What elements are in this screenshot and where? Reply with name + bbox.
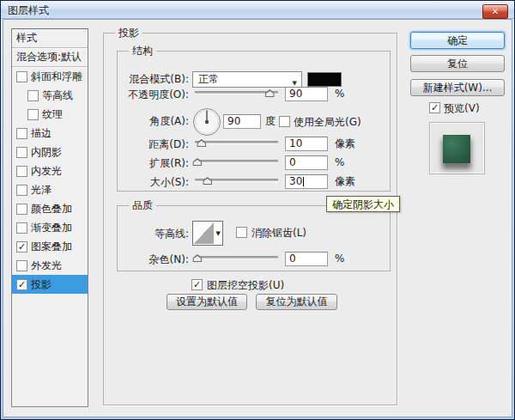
item-label: 光泽 xyxy=(31,183,52,198)
preview-label: 预览(V) xyxy=(444,102,480,115)
texture-checkbox[interactable] xyxy=(27,109,39,120)
inner-shadow-checkbox[interactable] xyxy=(16,147,27,158)
sidebar-item-drop-shadow[interactable]: ✓ 投影 xyxy=(12,275,88,294)
quality-groupbox: 品质 等高线: ▼ 消除锯齿(L) 杂色(N): 0 % xyxy=(117,205,391,271)
angle-label: 角度(A): xyxy=(118,114,189,129)
satin-checkbox[interactable] xyxy=(16,185,27,196)
sidebar-item-bevel-emboss[interactable]: 斜面和浮雕 xyxy=(12,67,88,86)
size-slider-handle[interactable] xyxy=(203,177,212,185)
reset-default-button[interactable]: 复位为默认值 xyxy=(256,294,337,310)
noise-unit: % xyxy=(335,252,344,266)
opacity-slider-handle[interactable] xyxy=(265,89,275,97)
distance-input[interactable]: 10 xyxy=(285,137,328,151)
item-label: 外发光 xyxy=(31,259,62,273)
noise-slider[interactable] xyxy=(195,253,278,263)
structure-groupbox: 结构 混合模式(B): 正常 ▼ 不透明度(O): 90 % xyxy=(117,51,391,192)
sidebar-item-inner-shadow[interactable]: 内阴影 xyxy=(12,143,88,161)
sidebar-item-pattern-overlay[interactable]: ✓ 图案叠加 xyxy=(12,237,88,256)
shadow-color-swatch[interactable] xyxy=(307,72,342,87)
style-preview-thumbnail xyxy=(429,122,485,174)
contour-picker[interactable]: ▼ xyxy=(192,221,223,246)
angle-unit: 度 xyxy=(265,114,276,129)
item-label: 样式 xyxy=(16,31,37,46)
spread-input[interactable]: 0 xyxy=(285,155,328,170)
size-label: 大小(S): xyxy=(118,175,189,190)
sidebar-item-color-overlay[interactable]: 颜色叠加 xyxy=(12,199,88,218)
item-label: 纹理 xyxy=(42,107,63,122)
layer-knockout-checkbox[interactable]: ✓ xyxy=(191,279,203,290)
inner-glow-checkbox[interactable] xyxy=(16,166,27,177)
chevron-down-icon: ▼ xyxy=(216,230,221,237)
item-label: 描边 xyxy=(31,126,52,141)
sidebar-item-blending-options[interactable]: 混合选项:默认 xyxy=(12,48,88,67)
angle-dial[interactable] xyxy=(192,107,221,137)
noise-input[interactable]: 0 xyxy=(285,252,328,266)
sidebar-item-stroke[interactable]: 描边 xyxy=(12,124,88,143)
anti-aliased-label: 消除锯齿(L) xyxy=(251,227,306,240)
color-overlay-checkbox[interactable] xyxy=(16,204,27,215)
item-label: 内阴影 xyxy=(31,145,62,160)
spread-unit: % xyxy=(335,155,344,170)
gradient-overlay-checkbox[interactable] xyxy=(16,222,27,234)
use-global-light-checkbox[interactable] xyxy=(279,116,290,127)
sidebar-item-inner-glow[interactable]: 内发光 xyxy=(12,161,88,180)
structure-group-title: 结构 xyxy=(129,45,156,58)
text-caret xyxy=(303,177,304,186)
item-label: 投影 xyxy=(31,277,52,292)
distance-slider[interactable] xyxy=(195,137,278,148)
sidebar-item-outer-glow[interactable]: 外发光 xyxy=(12,256,88,275)
anti-aliased-checkbox[interactable] xyxy=(236,227,247,238)
new-style-button[interactable]: 新建样式(W)... xyxy=(410,79,505,96)
sidebar-item-contour[interactable]: 等高线 xyxy=(12,86,88,105)
angle-input[interactable]: 90 xyxy=(223,114,261,129)
reset-button[interactable]: 复位 xyxy=(410,55,505,72)
pattern-overlay-checkbox[interactable]: ✓ xyxy=(16,241,27,253)
drop-shadow-checkbox[interactable]: ✓ xyxy=(16,279,27,290)
item-label: 斜面和浮雕 xyxy=(31,70,82,84)
blend-mode-value: 正常 xyxy=(198,73,219,85)
item-label: 渐变叠加 xyxy=(31,221,72,235)
sidebar-item-styles[interactable]: 样式 xyxy=(12,29,88,48)
item-label: 混合选项:默认 xyxy=(16,50,82,64)
item-label: 图案叠加 xyxy=(31,240,72,254)
preview-checkbox[interactable]: ✓ xyxy=(429,102,440,113)
size-input[interactable]: 30 xyxy=(285,174,328,189)
use-global-light-label: 使用全局光(G) xyxy=(294,116,361,129)
layer-style-dialog: 图层样式 ✕ 样式 混合选项:默认 斜面和浮雕 等高线 纹理 xyxy=(0,0,515,420)
bevel-emboss-checkbox[interactable] xyxy=(16,71,27,82)
contour-label: 等高线: xyxy=(118,227,189,241)
noise-slider-handle[interactable] xyxy=(192,254,202,262)
spread-slider[interactable] xyxy=(195,156,278,167)
styles-list: 样式 混合选项:默认 斜面和浮雕 等高线 纹理 描边 xyxy=(11,28,88,407)
sidebar-item-texture[interactable]: 纹理 xyxy=(12,105,88,124)
size-slider[interactable] xyxy=(195,175,278,186)
sidebar-item-gradient-overlay[interactable]: 渐变叠加 xyxy=(12,218,88,237)
slider-track xyxy=(195,256,278,259)
stroke-checkbox[interactable] xyxy=(16,128,27,139)
size-unit: 像素 xyxy=(335,174,355,189)
drop-shadow-group-title: 投影 xyxy=(115,27,142,40)
spread-slider-handle[interactable] xyxy=(192,158,202,166)
make-default-button[interactable]: 设置为默认值 xyxy=(167,294,247,310)
distance-label: 距离(D): xyxy=(118,137,189,152)
drop-shadow-groupbox: 投影 结构 混合模式(B): 正常 ▼ 不透明度(O): 90 xyxy=(103,33,397,405)
layer-knockout-label: 图层挖空投影(U) xyxy=(207,279,284,292)
distance-unit: 像素 xyxy=(335,137,355,151)
item-label: 等高线 xyxy=(42,88,73,103)
distance-slider-handle[interactable] xyxy=(197,139,206,147)
contour-checkbox[interactable] xyxy=(27,90,39,101)
sidebar-item-satin[interactable]: 光泽 xyxy=(12,180,88,199)
spread-label: 扩展(R): xyxy=(118,156,189,171)
noise-label: 杂色(N): xyxy=(118,253,189,267)
opacity-unit: % xyxy=(335,87,344,101)
ok-button[interactable]: 确定 xyxy=(410,32,505,49)
preview-pattern-swatch xyxy=(443,135,470,163)
blend-mode-label: 混合模式(B): xyxy=(118,72,189,87)
opacity-input[interactable]: 90 xyxy=(285,87,328,101)
outer-glow-checkbox[interactable] xyxy=(16,260,27,271)
blend-mode-dropdown[interactable]: 正常 ▼ xyxy=(192,71,302,88)
item-label: 颜色叠加 xyxy=(31,202,72,216)
opacity-slider[interactable] xyxy=(195,88,278,98)
item-label: 内发光 xyxy=(31,164,62,179)
slider-track xyxy=(195,141,278,143)
